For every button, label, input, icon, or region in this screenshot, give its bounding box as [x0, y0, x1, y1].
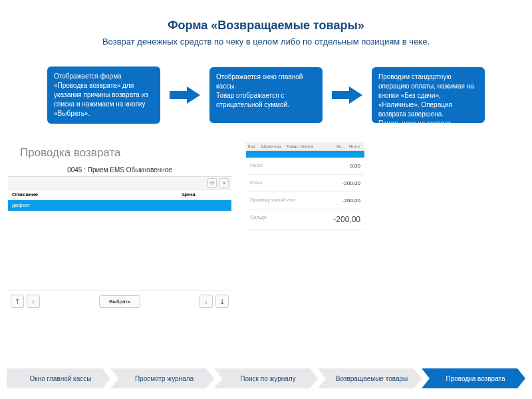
- up-icon[interactable]: ↑: [27, 295, 40, 308]
- breadcrumb-stepper: Окно главной кассыПросмотр журналаПоиск …: [7, 368, 525, 388]
- col-price: Цена: [178, 190, 231, 200]
- last-icon[interactable]: ⤓: [215, 295, 229, 308]
- summary-line: Промежуточный итог-200,00: [246, 192, 364, 209]
- flow-step-2: Отображается окно главной кассы. Товар о…: [209, 67, 323, 123]
- col-total: Итого: [347, 142, 364, 150]
- step-label: Просмотр журнала: [135, 375, 194, 382]
- item-line: 0045 : Прием EMS Обыкновенное: [8, 166, 231, 174]
- summary-value: 0,00: [350, 163, 360, 169]
- col-barcode: Штрих-код: [259, 142, 285, 150]
- step-1[interactable]: Просмотр журнала: [110, 368, 214, 388]
- svg-marker-0: [170, 86, 200, 104]
- summary-line: Налог0,00: [246, 158, 364, 175]
- list-empty-area: [8, 211, 231, 291]
- window-title: Проводка возврата: [8, 142, 231, 162]
- svg-marker-1: [332, 86, 362, 104]
- summary-label: Итого: [250, 180, 262, 186]
- flow-step-3: Проводим стандартную операцию оплаты, на…: [372, 67, 485, 123]
- summary-label: Сальдо: [250, 215, 267, 224]
- step-label: Проводка возврата: [446, 375, 505, 382]
- arrow-icon: [170, 85, 200, 105]
- summary-label: Налог: [250, 163, 263, 169]
- item-row[interactable]: [246, 151, 364, 158]
- summary-label: Промежуточный итог: [250, 198, 295, 203]
- refresh-icon[interactable]: ⟳: [207, 178, 217, 188]
- step-label: Окно главной кассы: [30, 375, 92, 382]
- step-label: Возвращаемые товары: [336, 375, 408, 382]
- page-title: Форма «Возвращаемые товары»: [0, 19, 532, 33]
- summary-value: -200,00: [333, 215, 360, 224]
- close-icon[interactable]: ✕: [219, 178, 229, 188]
- select-button[interactable]: Выбрать: [99, 295, 140, 308]
- step-0[interactable]: Окно главной кассы: [7, 368, 110, 388]
- summary-value: -200,00: [342, 180, 360, 186]
- step-label: Поиск по журналу: [240, 375, 295, 382]
- step-4[interactable]: Проводка возврата: [422, 368, 525, 388]
- process-flow: Отображается форма «Проводка возврата» д…: [0, 66, 532, 124]
- screenshot-main-till: Код Штрих-код Товар \ Услуга Ко… Итого Н…: [246, 142, 364, 312]
- page-subtitle: Возврат денежных средств по чеку в целом…: [0, 37, 532, 47]
- col-code: Код: [246, 142, 259, 150]
- down-icon[interactable]: ↓: [200, 295, 213, 308]
- summary-line: Сальдо-200,00: [246, 209, 364, 230]
- col-item: Товар \ Услуга: [285, 142, 334, 150]
- step-3[interactable]: Возвращаемые товары: [318, 368, 422, 388]
- arrow-icon: [332, 85, 362, 105]
- toolbar: ⟳ ✕: [8, 176, 231, 190]
- reason-row[interactable]: дефект: [8, 200, 231, 211]
- screenshot-return-form: Проводка возврата 0045 : Прием EMS Обыкн…: [8, 142, 231, 312]
- summary-line: Итого-200,00: [246, 175, 364, 192]
- step-2[interactable]: Поиск по журналу: [214, 368, 318, 388]
- flow-step-1: Отображается форма «Проводка возврата» д…: [47, 66, 160, 124]
- first-icon[interactable]: ⤒: [11, 295, 24, 308]
- table-header: Код Штрих-код Товар \ Услуга Ко… Итого: [246, 142, 364, 151]
- col-description: Описание: [8, 190, 178, 200]
- col-qty: Ко…: [334, 142, 347, 150]
- summary-value: -200,00: [342, 198, 360, 203]
